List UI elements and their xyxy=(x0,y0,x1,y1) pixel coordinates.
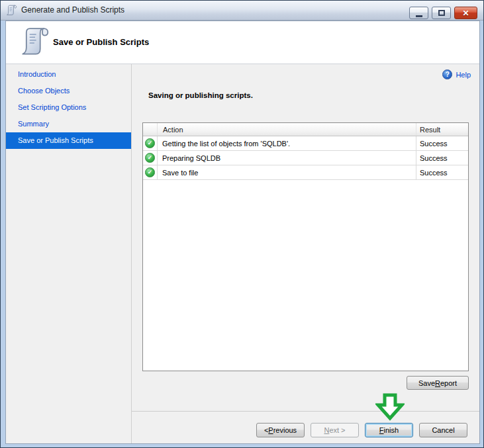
next-button[interactable]: Next > xyxy=(311,423,359,437)
sidebar-item-set-scripting-options[interactable]: Set Scripting Options xyxy=(6,99,131,116)
maximize-button[interactable] xyxy=(432,7,451,19)
action-cell: Preparing SQLDB xyxy=(158,151,416,165)
script-scroll-icon xyxy=(21,26,50,59)
status-heading: Saving or publishing scripts. xyxy=(148,91,253,99)
success-check-icon xyxy=(145,167,155,177)
table-row[interactable]: Save to file Success xyxy=(143,165,468,180)
wizard-content: ? Help Saving or publishing scripts. Act… xyxy=(132,64,479,443)
sidebar-item-introduction[interactable]: Introduction xyxy=(6,66,131,83)
minimize-button[interactable] xyxy=(409,7,428,19)
result-cell: Success xyxy=(416,136,468,150)
action-column-header[interactable]: Action xyxy=(158,123,416,136)
script-scroll-icon xyxy=(6,5,17,17)
help-label: Help xyxy=(456,71,471,79)
maximize-icon xyxy=(438,10,445,16)
close-button[interactable]: ✕ xyxy=(454,7,477,19)
result-cell: Success xyxy=(416,151,468,165)
page-title: Save or Publish Scripts xyxy=(53,21,149,64)
wizard-client-area: Save or Publish Scripts Introduction Cho… xyxy=(5,21,480,444)
wizard-window: Generate and Publish Scripts ✕ Save or P… xyxy=(0,0,484,448)
titlebar[interactable]: Generate and Publish Scripts ✕ xyxy=(1,1,483,21)
success-check-icon xyxy=(145,138,155,148)
cancel-button[interactable]: Cancel xyxy=(419,423,467,437)
wizard-button-bar: < Previous Next > Finish Cancel xyxy=(132,411,479,443)
window-title: Generate and Publish Scripts xyxy=(21,1,124,21)
results-table: Action Result Getting the list of object… xyxy=(142,122,469,371)
sidebar-item-summary[interactable]: Summary xyxy=(6,116,131,132)
table-header-row: Action Result xyxy=(143,123,468,136)
icon-column-header[interactable] xyxy=(143,123,158,136)
result-column-header[interactable]: Result xyxy=(416,123,468,136)
minimize-icon xyxy=(416,15,422,17)
save-report-button[interactable]: Save Report xyxy=(407,376,469,390)
wizard-header-banner: Save or Publish Scripts xyxy=(6,21,479,64)
table-row[interactable]: Getting the list of objects from 'SQLDB'… xyxy=(143,136,468,151)
help-icon: ? xyxy=(442,69,452,79)
action-cell: Getting the list of objects from 'SQLDB'… xyxy=(158,136,416,150)
finish-button[interactable]: Finish xyxy=(365,423,413,437)
previous-button[interactable]: < Previous xyxy=(256,423,305,437)
result-cell: Success xyxy=(416,165,468,179)
wizard-steps-sidebar: Introduction Choose Objects Set Scriptin… xyxy=(6,64,132,443)
table-row[interactable]: Preparing SQLDB Success xyxy=(143,151,468,165)
success-check-icon xyxy=(145,153,155,163)
sidebar-item-save-or-publish-scripts[interactable]: Save or Publish Scripts xyxy=(6,132,131,149)
action-cell: Save to file xyxy=(158,165,416,179)
window-controls: ✕ xyxy=(409,7,477,19)
help-link[interactable]: ? Help xyxy=(442,69,471,79)
sidebar-item-choose-objects[interactable]: Choose Objects xyxy=(6,83,131,99)
close-icon: ✕ xyxy=(462,9,469,17)
